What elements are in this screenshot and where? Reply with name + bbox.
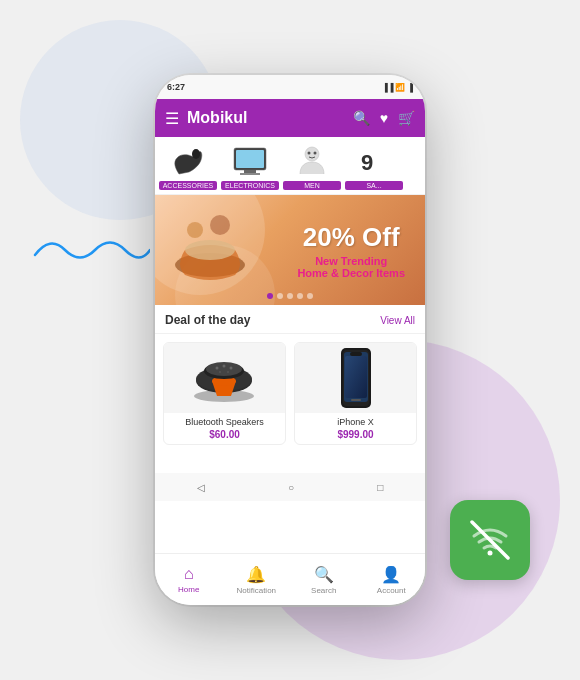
sale-icon: 9: [352, 143, 396, 179]
svg-rect-29: [345, 356, 367, 398]
view-all-button[interactable]: View All: [380, 315, 415, 326]
squiggle-decoration: [30, 230, 150, 274]
search-nav-icon: 🔍: [314, 565, 334, 584]
status-time: 6:27: [167, 82, 185, 92]
cart-icon[interactable]: 🛒: [398, 110, 415, 126]
iphone-price: $999.00: [301, 429, 410, 440]
svg-rect-28: [351, 399, 361, 401]
app-title: Mobikul: [187, 109, 353, 127]
svg-point-5: [305, 147, 319, 161]
back-button[interactable]: ◁: [197, 482, 205, 493]
status-bar: 6:27 ▐▐ 📶 ▐: [155, 75, 425, 99]
svg-point-21: [230, 366, 233, 369]
menu-icon[interactable]: ☰: [165, 109, 179, 128]
content-spacer: [155, 453, 425, 473]
heart-icon[interactable]: ♥: [380, 110, 388, 126]
speaker-image: [164, 343, 285, 413]
accessories-icon: [166, 143, 210, 179]
svg-rect-4: [240, 173, 260, 175]
nav-account[interactable]: 👤 Account: [358, 561, 426, 599]
phone-shell: 6:27 ▐▐ 📶 ▐ ☰ Mobikul 🔍 ♥ 🛒 ACCESSORIES: [155, 75, 425, 605]
nav-home[interactable]: ⌂ Home: [155, 561, 223, 598]
category-row: ACCESSORIES ELECTRONICS: [155, 137, 425, 195]
category-sale[interactable]: 9 SA...: [345, 143, 403, 190]
speaker-price: $60.00: [170, 429, 279, 440]
banner-dots: [267, 293, 313, 299]
product-card-iphone[interactable]: iPhone X $999.00: [294, 342, 417, 445]
svg-rect-3: [244, 170, 256, 173]
category-electronics[interactable]: ELECTRONICS: [221, 143, 279, 190]
speaker-info: Bluetooth Speakers $60.00: [164, 413, 285, 444]
svg-point-19: [216, 366, 219, 369]
account-icon: 👤: [381, 565, 401, 584]
iphone-info: iPhone X $999.00: [295, 413, 416, 444]
svg-point-7: [314, 152, 317, 155]
dot-2[interactable]: [277, 293, 283, 299]
electronics-label: ELECTRONICS: [221, 181, 279, 190]
product-card-speaker[interactable]: Bluetooth Speakers $60.00: [163, 342, 286, 445]
svg-point-30: [488, 551, 493, 556]
app-header: ☰ Mobikul 🔍 ♥ 🛒: [155, 99, 425, 137]
recent-button[interactable]: □: [377, 482, 383, 493]
products-row: Bluetooth Speakers $60.00: [155, 334, 425, 453]
svg-point-12: [210, 215, 230, 235]
svg-text:9: 9: [361, 150, 373, 175]
search-icon[interactable]: 🔍: [353, 110, 370, 126]
notification-label: Notification: [236, 586, 276, 595]
svg-point-6: [308, 152, 311, 155]
notification-icon: 🔔: [246, 565, 266, 584]
banner-decor-image: [165, 210, 255, 294]
accessories-label: ACCESSORIES: [159, 181, 217, 190]
home-label: Home: [178, 585, 199, 594]
header-icons: 🔍 ♥ 🛒: [353, 110, 415, 126]
wifi-off-icon: [466, 516, 514, 564]
speaker-name: Bluetooth Speakers: [170, 417, 279, 427]
deal-title: Deal of the day: [165, 313, 250, 327]
phone-nav-buttons: ◁ ○ □: [155, 473, 425, 501]
banner-trending: New Trending: [297, 255, 405, 267]
svg-point-0: [192, 149, 200, 159]
nav-notification[interactable]: 🔔 Notification: [223, 561, 291, 599]
iphone-image: [295, 343, 416, 413]
dot-3[interactable]: [287, 293, 293, 299]
svg-point-18: [206, 362, 242, 376]
dot-4[interactable]: [297, 293, 303, 299]
svg-rect-2: [236, 150, 264, 168]
svg-point-20: [223, 364, 226, 367]
svg-point-11: [187, 222, 203, 238]
category-men[interactable]: MEN: [283, 143, 341, 190]
bottom-nav: ⌂ Home 🔔 Notification 🔍 Search 👤 Account: [155, 553, 425, 605]
svg-point-23: [227, 371, 229, 373]
deal-header: Deal of the day View All: [155, 305, 425, 334]
signal-icon: 📶: [395, 83, 405, 92]
svg-rect-27: [350, 352, 362, 356]
wifi-off-badge: [450, 500, 530, 580]
promo-banner[interactable]: 20% Off New Trending Home & Decor Items: [155, 195, 425, 305]
status-icons: ▐▐ 📶 ▐: [382, 83, 413, 92]
account-label: Account: [377, 586, 406, 595]
battery-icon: ▐: [407, 83, 413, 92]
dot-1[interactable]: [267, 293, 273, 299]
electronics-icon: [228, 143, 272, 179]
banner-subtitle: Home & Decor Items: [297, 267, 405, 279]
banner-discount: 20% Off: [297, 222, 405, 253]
search-label: Search: [311, 586, 336, 595]
men-icon: [290, 143, 334, 179]
iphone-name: iPhone X: [301, 417, 410, 427]
home-icon: ⌂: [184, 565, 194, 583]
svg-point-22: [219, 371, 221, 373]
wifi-status-icon: ▐▐: [382, 83, 393, 92]
svg-point-10: [185, 240, 235, 260]
category-accessories[interactable]: ACCESSORIES: [159, 143, 217, 190]
sale-label: SA...: [345, 181, 403, 190]
dot-5[interactable]: [307, 293, 313, 299]
home-button[interactable]: ○: [288, 482, 294, 493]
nav-search[interactable]: 🔍 Search: [290, 561, 358, 599]
banner-text-block: 20% Off New Trending Home & Decor Items: [297, 222, 405, 279]
men-label: MEN: [283, 181, 341, 190]
